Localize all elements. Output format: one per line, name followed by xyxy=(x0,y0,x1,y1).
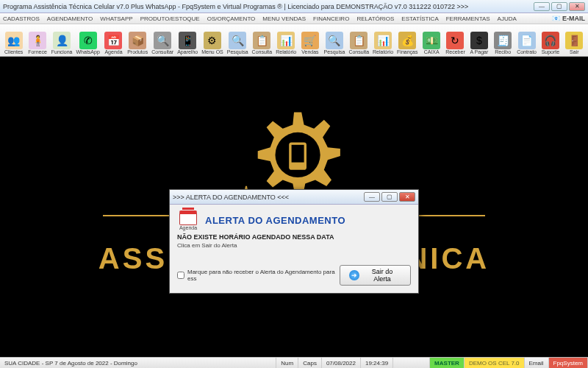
vendas-icon: 🛒 xyxy=(301,32,319,49)
menu-cadastros[interactable]: CADASTROS xyxy=(3,15,40,22)
toolbar-label: Pesquisa xyxy=(227,49,248,54)
menu-ajuda[interactable]: AJUDA xyxy=(498,15,517,22)
window-titlebar: Programa Assistência Técnica Celular v7.… xyxy=(0,0,588,13)
dialog-close-button[interactable]: ✕ xyxy=(399,192,415,202)
dialog-body: Agenda ALERTA DO AGENDAMENTO NÃO EXISTE … xyxy=(170,205,418,293)
dialog-message-main: NÃO EXISTE HORÁRIO AGENDADO NESSA DATA xyxy=(177,233,411,241)
relatório-icon: 📊 xyxy=(374,32,392,49)
toolbar-label: Consulta xyxy=(252,49,273,54)
maximize-button[interactable]: ▢ xyxy=(551,2,567,11)
suporte-icon: 🎧 xyxy=(542,32,559,49)
toolbar-consulta[interactable]: 📋Consulta xyxy=(251,26,273,55)
dialog-suppress-checkbox[interactable]: Marque para não receber o Alerta do Agen… xyxy=(177,269,340,282)
close-button[interactable]: ✕ xyxy=(569,2,585,11)
dialog-message-sub: Clica em Sair do Alerta xyxy=(177,242,411,249)
menu-email[interactable]: 📧 E-MAIL xyxy=(552,15,585,22)
dialog-title: >>> ALERTA DO AGENDAMENTO <<< xyxy=(173,194,362,201)
toolbar-pesquisa[interactable]: 🔍Pesquisa xyxy=(323,26,346,55)
toolbar-pesquisa[interactable]: 🔍Pesquisa xyxy=(226,26,249,55)
window-controls: — ▢ ✕ xyxy=(534,2,585,11)
menu-financeiro[interactable]: FINANCEIRO xyxy=(313,15,349,22)
dialog-minimize-button[interactable]: — xyxy=(364,192,380,202)
status-capslock: Caps xyxy=(298,358,322,368)
toolbar-a pagar[interactable]: $A Pagar xyxy=(468,26,490,55)
toolbar-whatsapp[interactable]: ✆WhatsApp xyxy=(76,26,101,55)
toolbar-fornece[interactable]: 🧍Fornece xyxy=(26,26,48,55)
toolbar-caixa[interactable]: 💵CAIXA xyxy=(420,26,442,55)
toolbar-label: Finanças xyxy=(397,49,417,54)
menu-os[interactable]: OS/ORÇAMENTO xyxy=(207,15,256,22)
caixa-icon: 💵 xyxy=(423,32,440,49)
toolbar-suporte[interactable]: 🎧Suporte xyxy=(539,26,561,55)
toolbar-funciona[interactable]: 👤Funciona xyxy=(51,26,74,55)
status-time: 19:24:39 xyxy=(361,358,393,368)
sair-icon: 🚪 xyxy=(565,32,583,49)
toolbar-label: Receber xyxy=(445,49,465,54)
status-user: MASTER xyxy=(430,358,465,368)
toolbar-label: Produtos xyxy=(127,49,148,54)
produtos-icon: 📦 xyxy=(129,32,146,49)
toolbar-clientes[interactable]: 👥Clientes xyxy=(3,26,24,55)
toolbar-receber[interactable]: ↻Receber xyxy=(445,26,466,55)
toolbar-consulta[interactable]: 📋Consulta xyxy=(348,26,370,55)
suppress-checkbox-input[interactable] xyxy=(177,272,184,279)
toolbar-finanças[interactable]: 💰Finanças xyxy=(396,26,418,55)
toolbar-menu os[interactable]: ⚙Menu OS xyxy=(201,26,224,55)
status-date: 07/08/2022 xyxy=(322,358,361,368)
toolbar-label: Recibo xyxy=(495,49,511,54)
toolbar-relatório[interactable]: 📊Relatório xyxy=(275,26,297,55)
toolbar-label: Menu OS xyxy=(201,49,223,54)
receber-icon: ↻ xyxy=(446,32,464,49)
toolbar-consultar[interactable]: 🔍Consultar xyxy=(151,26,174,55)
status-database: DEMO OS CEL 7.0 xyxy=(465,358,525,368)
agenda-icon: 📅 xyxy=(104,32,122,49)
toolbar-label: CAIXA xyxy=(424,49,440,54)
toolbar-aparelho[interactable]: 📱Aparelho xyxy=(176,26,198,55)
menu-relatorios[interactable]: RELATÓRIOS xyxy=(356,15,394,22)
toolbar-relatório[interactable]: 📊Relatório xyxy=(372,26,394,55)
toolbar-label: Consultar xyxy=(151,49,173,54)
menu-vendas[interactable]: MENU VENDAS xyxy=(262,15,306,22)
menu-whatsapp[interactable]: WHATSAPP xyxy=(100,15,132,22)
dialog-calendar-icon: Agenda xyxy=(177,210,199,230)
recibo-icon: 🧾 xyxy=(494,32,512,49)
toolbar-label: Agenda xyxy=(104,49,122,54)
toolbar-contrato[interactable]: 📄Contrato xyxy=(516,26,537,55)
menu os-icon: ⚙ xyxy=(204,32,221,49)
menu-produto[interactable]: PRODUTO/ESTOQUE xyxy=(140,15,200,22)
window-title: Programa Assistência Técnica Celular v7.… xyxy=(3,3,534,10)
toolbar-recibo[interactable]: 🧾Recibo xyxy=(492,26,514,55)
dialog-titlebar: >>> ALERTA DO AGENDAMENTO <<< — ▢ ✕ xyxy=(170,190,418,205)
fornece-icon: 🧍 xyxy=(29,32,46,49)
toolbar-sair[interactable]: 🚪Sair xyxy=(564,26,585,55)
svg-rect-2 xyxy=(292,144,304,162)
minimize-button[interactable]: — xyxy=(534,2,550,11)
status-bar: SUA CIDADE - SP 7 de Agosto de 2022 - Do… xyxy=(0,357,588,368)
whatsapp-icon: ✆ xyxy=(79,32,97,49)
toolbar-label: A Pagar xyxy=(470,49,488,54)
status-numlock: Num xyxy=(276,358,298,368)
toolbar-label: Consulta xyxy=(348,49,369,54)
email-icon: 📧 xyxy=(552,15,560,22)
funciona-icon: 👤 xyxy=(53,32,71,49)
content-area: ASSISTÊNCIA TÉCNICA >>> ALERTA DO AGENDA… xyxy=(0,57,588,357)
toolbar-label: Relatório xyxy=(373,49,393,54)
toolbar-produtos[interactable]: 📦Produtos xyxy=(126,26,148,55)
dialog-exit-button[interactable]: ➜ Sair do Alerta xyxy=(340,265,411,286)
status-brand[interactable]: FpqSystem xyxy=(549,358,588,368)
menu-estatistica[interactable]: ESTATÍSTICA xyxy=(401,15,438,22)
toolbar-vendas[interactable]: 🛒Vendas xyxy=(299,26,320,55)
arrow-right-icon: ➜ xyxy=(349,270,359,280)
contrato-icon: 📄 xyxy=(518,32,536,49)
a pagar-icon: $ xyxy=(470,32,488,49)
aparelho-icon: 📱 xyxy=(179,32,196,49)
status-email[interactable]: Email xyxy=(525,358,549,368)
dialog-maximize-button[interactable]: ▢ xyxy=(381,192,398,202)
menu-ferramentas[interactable]: FERRAMENTAS xyxy=(446,15,490,22)
toolbar-label: WhatsApp xyxy=(76,49,100,54)
toolbar-label: Relatório xyxy=(276,49,296,54)
toolbar-agenda[interactable]: 📅Agenda xyxy=(103,26,124,55)
pesquisa-icon: 🔍 xyxy=(326,32,343,49)
menu-agendamento[interactable]: AGENDAMENTO xyxy=(47,15,93,22)
toolbar-label: Suporte xyxy=(542,49,560,54)
